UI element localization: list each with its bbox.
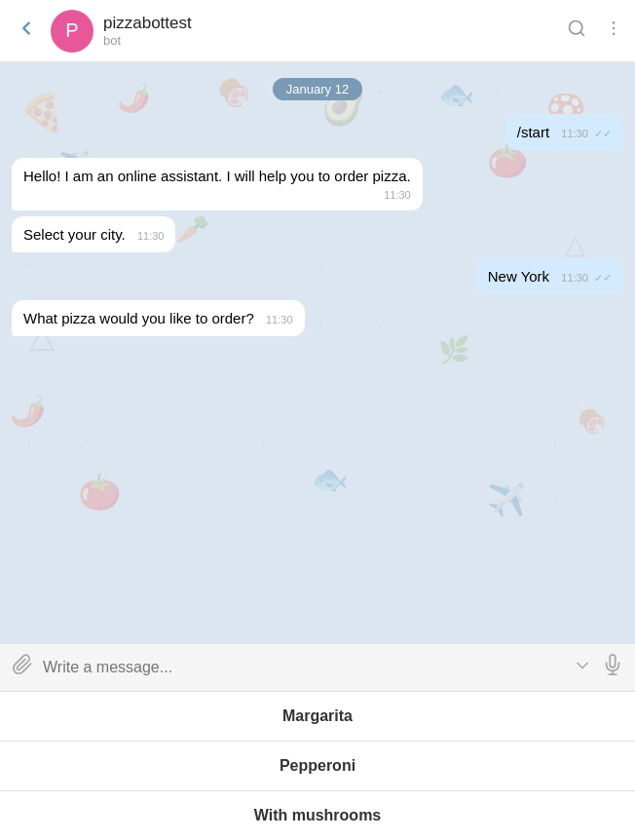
chat-area: 🍕 🌶️ 🍖 🥑 🐟 🍄 ✈️ 🦴 🍅 🐱 🥕 △ △ 🌿 🌶️ 🍖 🍅 🐟 ✈… bbox=[0, 62, 635, 643]
message-input[interactable] bbox=[43, 659, 563, 676]
message-text: Select your city. bbox=[23, 226, 126, 243]
message-row: What pizza would you like to order? 11:3… bbox=[12, 300, 623, 336]
bot-name: pizzabottest bbox=[103, 14, 567, 33]
received-bubble: Select your city. 11:30 bbox=[12, 216, 175, 252]
read-receipt-icon: ✓✓ bbox=[594, 128, 612, 139]
message-time: 11:30 bbox=[137, 230, 165, 242]
message-time: 11:30 bbox=[384, 188, 411, 203]
message-time: 11:30 bbox=[561, 128, 588, 139]
back-button[interactable] bbox=[12, 14, 41, 49]
header-actions bbox=[567, 19, 623, 43]
message-text: /start bbox=[517, 124, 549, 140]
search-button[interactable] bbox=[567, 19, 586, 43]
quick-reply-pepperoni[interactable]: Pepperoni bbox=[0, 741, 635, 790]
message-text: Hello! I am an online assistant. I will … bbox=[23, 168, 411, 184]
mic-button[interactable] bbox=[602, 654, 623, 681]
message-text: What pizza would you like to order? bbox=[23, 310, 254, 326]
read-receipt-icon: ✓✓ bbox=[594, 272, 612, 284]
message-text: New York bbox=[488, 268, 549, 285]
message-row: /start 11:30 ✓✓ bbox=[12, 114, 623, 150]
date-badge: January 12 bbox=[12, 78, 623, 100]
svg-point-4 bbox=[613, 33, 616, 36]
more-options-button[interactable] bbox=[604, 19, 623, 43]
received-bubble: What pizza would you like to order? 11:3… bbox=[12, 300, 305, 336]
message-time: 11:30 bbox=[561, 272, 588, 284]
input-area bbox=[0, 643, 635, 691]
avatar: P bbox=[51, 10, 93, 53]
svg-point-2 bbox=[613, 21, 616, 24]
svg-line-1 bbox=[580, 32, 584, 36]
quick-replies: Margarita Pepperoni With mushrooms bbox=[0, 691, 635, 840]
bot-status: bot bbox=[103, 33, 567, 48]
svg-point-3 bbox=[613, 27, 616, 30]
sent-bubble: New York 11:30 ✓✓ bbox=[476, 258, 623, 294]
message-row: Select your city. 11:30 bbox=[12, 216, 623, 252]
message-row: New York 11:30 ✓✓ bbox=[12, 258, 623, 294]
scroll-down-button[interactable] bbox=[573, 656, 592, 680]
quick-reply-margarita[interactable]: Margarita bbox=[0, 691, 635, 741]
sent-bubble: /start 11:30 ✓✓ bbox=[505, 114, 623, 150]
message-row: Hello! I am an online assistant. I will … bbox=[12, 158, 623, 210]
received-bubble: Hello! I am an online assistant. I will … bbox=[12, 158, 423, 210]
message-time: 11:30 bbox=[266, 314, 293, 325]
attach-button[interactable] bbox=[12, 654, 33, 681]
quick-reply-mushrooms[interactable]: With mushrooms bbox=[0, 790, 635, 840]
header-info: pizzabottest bot bbox=[103, 14, 567, 48]
chat-header: P pizzabottest bot bbox=[0, 0, 635, 62]
